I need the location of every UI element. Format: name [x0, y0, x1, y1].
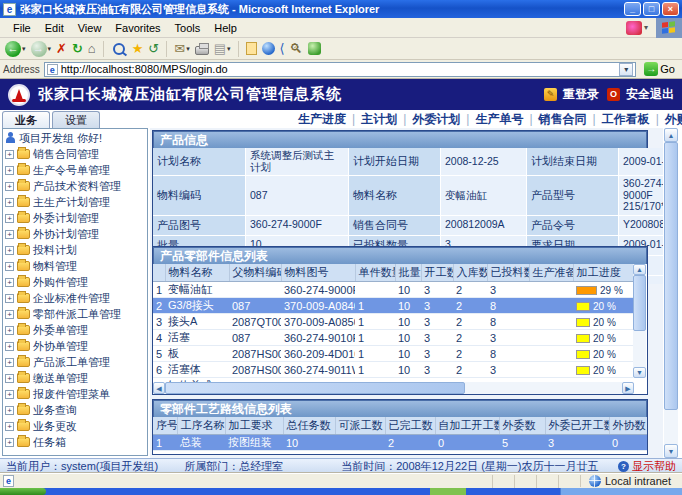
expand-icon[interactable]: + [5, 150, 14, 159]
menu-item-help[interactable]: Help [207, 20, 244, 36]
expand-icon[interactable]: + [5, 214, 14, 223]
column-header[interactable]: 批量 [395, 264, 421, 282]
addin-dropdown-icon[interactable]: ▾ [644, 23, 648, 32]
tree-item[interactable]: +报废件管理菜单 [5, 386, 147, 402]
parts-vertical-scrollbar[interactable]: ▲ ▼ [633, 264, 646, 378]
column-header[interactable]: 已投料数 [487, 264, 529, 282]
scroll-up-icon[interactable]: ▲ [664, 128, 678, 142]
tree-item[interactable]: +生产令号单管理 [5, 162, 147, 178]
column-header[interactable]: 序号 [153, 417, 177, 435]
relogin-link[interactable]: ✎ 重登录 [544, 86, 599, 103]
tree-item[interactable]: +物料管理 [5, 258, 147, 274]
column-header[interactable]: 外委数 [499, 417, 545, 435]
tree-item[interactable]: +缴送单管理 [5, 370, 147, 386]
expand-icon[interactable]: + [5, 326, 14, 335]
mail-button[interactable]: ✉▾ [173, 40, 190, 58]
channels-button[interactable]: ⟨ [279, 40, 286, 58]
scroll-thumb[interactable] [633, 275, 646, 331]
tree-item[interactable]: +外协计划管理 [5, 226, 147, 242]
column-header[interactable]: 加工进度 [573, 264, 634, 282]
expand-icon[interactable]: + [5, 198, 14, 207]
column-header[interactable]: 单件数量 [355, 264, 395, 282]
start-button[interactable] [0, 488, 46, 495]
nav-item-7[interactable]: 外购件库存 [665, 111, 682, 128]
expand-icon[interactable]: + [5, 246, 14, 255]
page-vertical-scrollbar[interactable]: ▲ ▼ [664, 128, 678, 458]
back-button[interactable]: ←▾ [4, 40, 27, 58]
column-header[interactable]: 入库数 [453, 264, 487, 282]
address-input[interactable]: e http://localhost:8080/MPS/login.do ▾ [44, 62, 637, 77]
search-button[interactable] [110, 40, 128, 58]
nav-item-4[interactable]: 生产单号 [475, 111, 523, 128]
expand-icon[interactable]: + [5, 262, 14, 271]
nav-item-2[interactable]: 主计划 [361, 111, 397, 128]
column-header[interactable]: 可派工数 [335, 417, 385, 435]
show-help-link[interactable]: ? 显示帮助 [618, 459, 676, 474]
nav-item-3[interactable]: 外委计划 [412, 111, 460, 128]
column-header[interactable]: 已完工数 [385, 417, 435, 435]
expand-icon[interactable]: + [5, 358, 14, 367]
tree-item[interactable]: +企业标准件管理 [5, 290, 147, 306]
menu-item-edit[interactable]: Edit [38, 20, 71, 36]
go-button[interactable]: → Go [640, 61, 679, 77]
scroll-thumb[interactable] [165, 382, 465, 394]
tree-item[interactable]: +业务查询 [5, 402, 147, 418]
column-header[interactable]: 总任务数 [283, 417, 335, 435]
tree-item[interactable]: +外委单管理 [5, 322, 147, 338]
expand-icon[interactable]: + [5, 406, 14, 415]
tree-item[interactable]: +外购件管理 [5, 274, 147, 290]
history-button[interactable]: ↺ [147, 40, 160, 58]
research-button[interactable]: 🔍︎ [289, 40, 304, 58]
column-header[interactable]: 外协数 [609, 417, 648, 435]
favorites-button[interactable]: ★ [131, 40, 145, 58]
stop-button[interactable]: ✗ [55, 40, 68, 58]
menu-item-favorites[interactable]: Favorites [108, 20, 167, 36]
home-button[interactable]: ⌂ [87, 40, 97, 58]
scroll-up-icon[interactable]: ▲ [633, 264, 646, 275]
table-row[interactable]: 4活塞087360-274-9010F11032320 % [153, 330, 634, 346]
expand-icon[interactable]: + [5, 390, 14, 399]
tree-item[interactable]: +投料计划 [5, 242, 147, 258]
menu-item-tools[interactable]: Tools [168, 20, 208, 36]
table-row[interactable]: 5板2087HS002360-209-4D01011032820 % [153, 346, 634, 362]
tree-item[interactable]: +任务箱 [5, 434, 147, 450]
tree-item[interactable]: +业务更改 [5, 418, 147, 434]
tab-business[interactable]: 业务 [2, 111, 50, 128]
tab-settings[interactable]: 设置 [52, 111, 100, 128]
tree-item[interactable]: +外委计划管理 [5, 210, 147, 226]
column-header[interactable]: 工序名称 [177, 417, 225, 435]
column-header[interactable]: 物料名称 [165, 264, 229, 282]
title-bar[interactable]: e 张家口长城液压油缸有限公司管理信息系统 - Microsoft Intern… [0, 0, 682, 18]
nav-item-6[interactable]: 工作看板 [602, 111, 650, 128]
addin-icon[interactable] [626, 21, 642, 35]
tree-item[interactable]: +产品派工单管理 [5, 354, 147, 370]
expand-icon[interactable]: + [5, 230, 14, 239]
table-row[interactable]: 6活塞体2087HS002360-274-9011W11032320 % [153, 362, 634, 378]
table-row[interactable]: 3接头A2087QT002370-009-A085011032820 % [153, 314, 634, 330]
column-header[interactable]: 生产准备 [529, 264, 573, 282]
expand-icon[interactable]: + [5, 278, 14, 287]
edit-button[interactable]: ▤▾ [213, 40, 232, 58]
column-header[interactable]: 加工要求 [225, 417, 283, 435]
tree-item[interactable]: +销售合同管理 [5, 146, 147, 162]
parts-horizontal-scrollbar[interactable]: ◀ ▶ [153, 382, 634, 394]
refresh-button[interactable]: ↻ [71, 40, 84, 58]
column-header[interactable]: 外委已开工数 [545, 417, 609, 435]
scroll-down-icon[interactable]: ▼ [633, 367, 646, 378]
expand-icon[interactable]: + [5, 166, 14, 175]
minimize-button[interactable]: _ [624, 2, 641, 16]
address-url[interactable]: http://localhost:8080/MPS/login.do [61, 63, 617, 75]
taskbar-app-button[interactable] [430, 488, 466, 495]
expand-icon[interactable]: + [5, 310, 14, 319]
print-button[interactable] [194, 40, 210, 58]
tree-item[interactable]: +零部件派工单管理 [5, 306, 147, 322]
expand-icon[interactable]: + [5, 438, 14, 447]
scroll-down-icon[interactable]: ▼ [664, 444, 678, 458]
table-row[interactable]: 1总装按图组装10205300 [153, 435, 648, 451]
column-header[interactable]: 物料图号 [281, 264, 355, 282]
tree-item[interactable]: +主生产计划管理 [5, 194, 147, 210]
maximize-button[interactable]: □ [643, 2, 660, 16]
expand-icon[interactable]: + [5, 374, 14, 383]
expand-icon[interactable]: + [5, 422, 14, 431]
table-row[interactable]: 2G3/8接头087370-009-A084011032820 % [153, 298, 634, 314]
